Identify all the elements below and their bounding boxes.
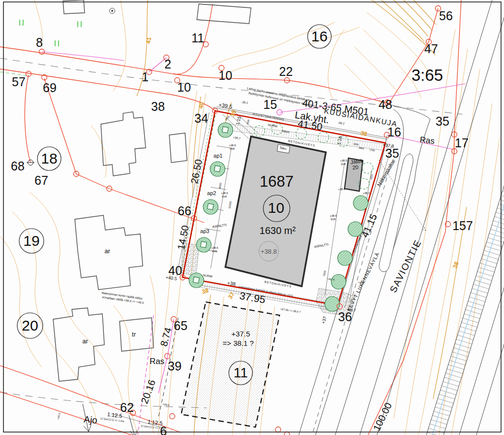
- spot-svk-c: SVK: [212, 250, 217, 253]
- spot-38-6-a: +38.6: [229, 144, 236, 147]
- parcel-circle-16: 16: [311, 29, 327, 44]
- point-label-157: 157: [452, 220, 473, 232]
- parcel-circle-20: 20: [22, 318, 38, 333]
- spot-svk-d: SVK: [341, 163, 346, 166]
- plot-area: 1630 m²: [259, 226, 295, 235]
- point-label-40: 40: [168, 265, 182, 277]
- point-label-1: 1: [142, 71, 149, 83]
- point-label-48: 48: [378, 99, 392, 111]
- point-label-62: 62: [120, 402, 134, 414]
- plan-height-2: => 38.1 ?: [222, 339, 253, 347]
- point-label-47: 47: [424, 43, 438, 55]
- point-label-22: 22: [279, 66, 293, 78]
- point-label-2: 2: [164, 58, 171, 70]
- point-label-68: 68: [11, 160, 25, 172]
- floor-height: +38.8: [261, 248, 277, 255]
- point-label-57: 57: [12, 76, 26, 88]
- point-label-67: 67: [34, 174, 48, 187]
- site-plan: 8 11 2 1 10 10 22 57 69 38 34 15 48 56 4…: [0, 0, 504, 435]
- parcel-label-3-65: 3:65: [411, 67, 443, 83]
- spot-38-3: +38.3: [363, 192, 370, 195]
- site-plan-canvas: [0, 0, 504, 435]
- point-label-36: 36: [338, 311, 352, 323]
- plan-height-1: +37.5: [231, 330, 250, 337]
- contour-label-41: 41: [145, 36, 152, 44]
- parking-ap3: ap3: [200, 229, 209, 234]
- stream-line: [429, 0, 504, 435]
- spot-36-7: +36.7: [347, 308, 356, 312]
- contour-label-38-top: 38: [360, 130, 368, 137]
- point-label-34: 34: [194, 112, 208, 125]
- point-label-65: 65: [174, 320, 188, 332]
- spot-38-5-b: +38.5: [330, 215, 337, 218]
- point-label-10b: 10: [219, 69, 232, 82]
- contour-label-40: 40: [198, 101, 205, 109]
- plot-number: 1687: [260, 174, 294, 189]
- spot-38-5-a: +38.5: [340, 160, 347, 163]
- point-label-69: 69: [43, 82, 57, 94]
- point-label-10a: 10: [177, 81, 191, 94]
- building-label-tr: tr: [132, 331, 136, 337]
- building-label-ar-20: ar: [82, 338, 88, 344]
- point-label-35b: 35: [385, 147, 399, 160]
- parcel-circle-18: 18: [41, 151, 57, 166]
- point-label-35a: 35: [436, 115, 449, 128]
- contour-label-38-bottom: 38: [201, 287, 209, 295]
- building-number: 10: [268, 201, 284, 215]
- parking-ap2: ap2: [207, 191, 216, 196]
- point-label-8: 8: [36, 36, 43, 49]
- spot-38-6-b: +38.6: [221, 192, 228, 195]
- point-label-38: 38: [151, 100, 165, 113]
- spot-svk-b: SVK: [221, 196, 227, 199]
- spot-svk-e: SVK: [330, 218, 336, 221]
- embankment-hatch: [423, 0, 504, 435]
- point-label-56: 56: [439, 10, 453, 22]
- spot-38-6-c: +38.6: [211, 247, 218, 250]
- ras-label-right: Ras: [419, 135, 435, 145]
- benchmark-symbol: [27, 160, 34, 166]
- spot-svk-a: SVK: [229, 148, 235, 151]
- point-label-17: 17: [455, 137, 469, 149]
- parcel-circle-19: 19: [23, 234, 39, 248]
- point-label-39: 39: [168, 360, 182, 372]
- waste-shelter-number: 20: [352, 165, 359, 171]
- parking-ap1: ap1: [214, 153, 222, 159]
- spot-38-4: +38.4: [338, 188, 345, 191]
- building-label-ar-19: ar: [104, 248, 110, 254]
- plot11-area: [181, 302, 280, 427]
- point-label-66: 66: [178, 205, 191, 217]
- point-label-11: 11: [191, 32, 204, 44]
- parcel-circle-11: 11: [233, 366, 248, 380]
- ajo-label: Ajo: [83, 414, 97, 425]
- point-label-15: 15: [263, 99, 277, 111]
- ras-label-left: Ras: [150, 357, 164, 366]
